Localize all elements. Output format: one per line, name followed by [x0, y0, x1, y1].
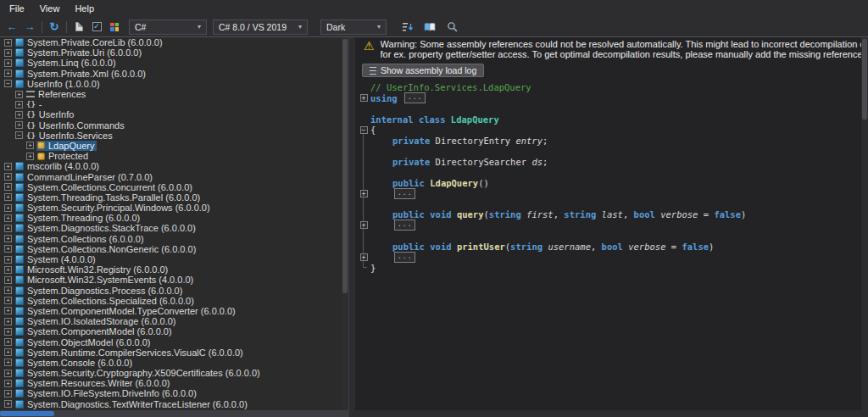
- tree-row[interactable]: −{}UserInfo.Services: [0, 131, 342, 141]
- expand-icon[interactable]: +: [4, 390, 12, 398]
- tree-row[interactable]: +System.Security.Cryptography.X509Certif…: [0, 368, 342, 378]
- expand-icon[interactable]: +: [4, 256, 12, 264]
- tree-row[interactable]: +System.ObjectModel (6.0.0.0): [0, 336, 342, 347]
- tree-row[interactable]: +Microsoft.Win32.Registry (6.0.0.0): [0, 264, 342, 275]
- expand-icon[interactable]: +: [4, 370, 12, 377]
- expand-icon[interactable]: +: [4, 286, 12, 294]
- fold-expand-icon[interactable]: +: [360, 190, 368, 197]
- tree-row[interactable]: +System.IO.FileSystem.DriveInfo (6.0.0.0…: [0, 388, 342, 398]
- tree-row[interactable]: +System.ComponentModel (6.0.0.0): [0, 326, 342, 336]
- tree-row[interactable]: +System.Security.Principal.Windows (6.0.…: [0, 203, 342, 213]
- tree-row[interactable]: −UserInfo (1.0.0.0): [0, 79, 342, 89]
- tree-row[interactable]: +System.Runtime.CompilerServices.VisualC…: [0, 348, 342, 358]
- fold-collapse-icon[interactable]: −: [360, 126, 368, 134]
- expand-icon[interactable]: +: [4, 318, 12, 325]
- expand-icon[interactable]: +: [4, 328, 12, 336]
- tree-row[interactable]: +System.Private.Uri (6.0.0.0): [0, 47, 342, 58]
- fold-expand-icon[interactable]: +: [360, 253, 368, 261]
- expand-icon[interactable]: +: [4, 183, 12, 191]
- options-button[interactable]: [106, 19, 123, 36]
- tree-vertical-scrollbar[interactable]: [342, 37, 348, 410]
- collapsed-region[interactable]: ...: [394, 252, 415, 263]
- tree-horizontal-scrollbar[interactable]: [0, 410, 349, 417]
- tree-row[interactable]: +System.Threading.Tasks.Parallel (6.0.0.…: [0, 192, 342, 203]
- expand-icon[interactable]: +: [4, 204, 12, 212]
- scrollbar-thumb[interactable]: [862, 39, 867, 120]
- scrollbar-thumb[interactable]: [342, 39, 348, 293]
- menu-view[interactable]: View: [32, 1, 68, 16]
- collapse-icon[interactable]: −: [4, 80, 12, 87]
- scrollbar-thumb[interactable]: [0, 411, 54, 416]
- tree-row[interactable]: +System.Console (6.0.0.0): [0, 358, 342, 368]
- tree-row[interactable]: +mscorlib (4.0.0.0): [0, 161, 342, 171]
- tree-row[interactable]: +System.IO.IsolatedStorage (6.0.0.0): [0, 316, 342, 326]
- expand-icon[interactable]: +: [4, 266, 12, 274]
- tree-row[interactable]: +{}UserInfo.Commands: [0, 120, 342, 131]
- expand-icon[interactable]: +: [26, 142, 34, 149]
- tree-row[interactable]: +System.Private.CoreLib (6.0.0.0): [0, 37, 342, 47]
- expand-icon[interactable]: +: [4, 163, 12, 170]
- tree-row[interactable]: +System (4.0.0.0): [0, 254, 342, 264]
- tree-row[interactable]: +System.Diagnostics.StackTrace (6.0.0.0): [0, 223, 342, 233]
- collapsed-region[interactable]: ...: [394, 220, 415, 231]
- expand-icon[interactable]: +: [4, 276, 12, 284]
- expand-icon[interactable]: +: [4, 245, 12, 253]
- expand-icon[interactable]: +: [4, 338, 12, 346]
- tree-row[interactable]: +System.Resources.Writer (6.0.0.0): [0, 378, 342, 388]
- expand-icon[interactable]: +: [26, 153, 34, 160]
- expand-icon[interactable]: +: [15, 101, 23, 108]
- tree-row[interactable]: +System.Diagnostics.TextWriterTraceListe…: [0, 399, 342, 409]
- expand-icon[interactable]: +: [15, 91, 23, 98]
- tree-row[interactable]: +System.Threading (6.0.0.0): [0, 213, 342, 223]
- tree-row[interactable]: +System.Private.Xml (6.0.0.0): [0, 69, 342, 79]
- panel-splitter[interactable]: [349, 37, 355, 410]
- expand-icon[interactable]: +: [4, 214, 12, 222]
- tree-row[interactable]: +LdapQuery: [0, 141, 342, 151]
- tree-row[interactable]: +System.Collections (6.0.0.0): [0, 234, 342, 244]
- tree-row[interactable]: +System.Linq (6.0.0.0): [0, 58, 342, 68]
- tree-row[interactable]: +Protected: [0, 151, 342, 161]
- back-button[interactable]: ←: [3, 19, 20, 36]
- expand-icon[interactable]: +: [4, 235, 12, 242]
- expand-icon[interactable]: +: [15, 121, 23, 129]
- expand-icon[interactable]: +: [4, 380, 12, 387]
- expand-icon[interactable]: +: [4, 39, 12, 47]
- tree-row[interactable]: +CommandLineParser (0.7.0.0): [0, 171, 342, 181]
- expand-icon[interactable]: +: [4, 400, 12, 408]
- search-button[interactable]: [443, 19, 460, 36]
- api-filter-toggle[interactable]: ✓: [88, 19, 105, 36]
- expand-icon[interactable]: +: [4, 193, 12, 201]
- expand-icon[interactable]: +: [4, 225, 12, 232]
- fold-expand-icon[interactable]: +: [360, 94, 368, 102]
- fold-expand-icon[interactable]: +: [360, 221, 368, 229]
- expand-icon[interactable]: +: [4, 70, 12, 77]
- tree-row[interactable]: +{}UserInfo: [0, 109, 342, 120]
- library-button[interactable]: [421, 19, 438, 36]
- tree-row[interactable]: +System.Diagnostics.Process (6.0.0.0): [0, 286, 342, 296]
- expand-icon[interactable]: +: [4, 49, 12, 57]
- tree-row[interactable]: +References: [0, 89, 342, 99]
- compiler-version-select[interactable]: C# 8.0 / VS 2019 ▾: [213, 19, 308, 35]
- collapsed-region[interactable]: ...: [394, 188, 415, 199]
- expand-icon[interactable]: +: [4, 59, 12, 67]
- collapsed-region[interactable]: ...: [404, 92, 426, 103]
- open-file-button[interactable]: [70, 19, 87, 36]
- tree-row[interactable]: +System.Collections.Specialized (6.0.0.0…: [0, 296, 342, 306]
- collapse-icon[interactable]: −: [15, 131, 23, 139]
- refresh-button[interactable]: ↻: [46, 19, 63, 36]
- expand-icon[interactable]: +: [4, 359, 12, 366]
- show-assembly-load-log-button[interactable]: Show assembly load log: [362, 64, 484, 77]
- language-select[interactable]: C# ▾: [129, 19, 207, 35]
- code-vertical-scrollbar[interactable]: [861, 37, 868, 410]
- tree-row[interactable]: +System.ComponentModel.TypeConverter (6.…: [0, 306, 342, 316]
- expand-icon[interactable]: +: [4, 307, 12, 314]
- tree-row[interactable]: +System.Collections.NonGeneric (6.0.0.0): [0, 244, 342, 254]
- tree-row[interactable]: +{}-: [0, 99, 342, 109]
- menu-help[interactable]: Help: [67, 1, 102, 16]
- menu-file[interactable]: File: [2, 1, 32, 16]
- expand-icon[interactable]: +: [4, 297, 12, 304]
- expand-icon[interactable]: +: [4, 348, 12, 356]
- expand-icon[interactable]: +: [15, 111, 23, 119]
- theme-select[interactable]: Dark ▾: [320, 19, 387, 35]
- tree-row[interactable]: +System.Collections.Concurrent (6.0.0.0): [0, 182, 342, 192]
